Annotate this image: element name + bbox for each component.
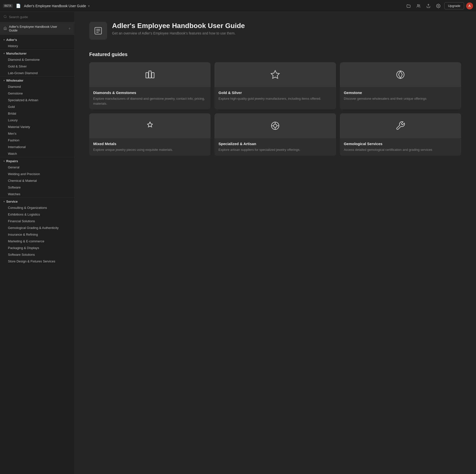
guide-item[interactable]: Adler's Employee Handbook User Guide + [0,22,74,35]
nav-group-service[interactable]: ▾ Service [0,198,74,204]
card-diamonds-gemstones-desc: Explore manufacturers of diamond and gem… [93,96,207,106]
nav-item-general[interactable]: General [0,164,74,171]
nav-item-history[interactable]: History [0,43,74,49]
topbar-title: Adler's Employee Handbook User Guide ▾ [24,4,403,8]
card-gold-silver-desc: Explore high-quality gold jewelry manufa… [218,96,332,101]
topbar-actions: Upgrade A [405,2,473,10]
svg-rect-8 [149,71,151,78]
card-diamonds-gemstones-body: Diamonds & Gemstones Explore manufacture… [89,87,210,109]
card-mixed-metals-desc: Explore unique jewelry pieces using exqu… [93,147,207,152]
nav-section: ▾ Adler's History ▾ Manufacturer Diamond… [0,35,74,266]
svg-point-1 [419,5,420,6]
card-diamonds-gemstones-title: Diamonds & Gemstones [93,91,207,95]
share-icon-btn[interactable] [424,2,432,10]
card-gold-silver-title: Gold & Silver [218,91,332,95]
search-input[interactable] [9,15,71,19]
nav-item-financial-solutions[interactable]: Financial Solutions [0,218,74,224]
card-gemstone-desc: Discover gemstone wholesalers and their … [344,96,457,101]
nav-item-gold-silver[interactable]: Gold & Silver [0,63,74,70]
search-bar [0,12,74,22]
svg-rect-9 [151,73,154,78]
nav-group-label-manufacturer: Manufacturer [6,52,27,55]
card-specialized-artisan[interactable]: Specialized & Artisan Explore artisan su… [214,113,336,156]
nav-group-label-wholesaler: Wholesaler [6,79,23,82]
nav-item-welding-precision[interactable]: Welding and Precision [0,171,74,177]
nav-item-gemstone[interactable]: Gemstone [0,90,74,97]
card-specialized-artisan-image [214,113,336,138]
topbar-title-arrow[interactable]: ▾ [88,4,90,8]
chevron-service: ▾ [3,200,5,203]
topbar: BETA 📄 Adler's Employee Handbook User Gu… [0,0,476,12]
featured-section-title: Featured guides [89,52,461,57]
nav-item-international[interactable]: International [0,144,74,150]
svg-point-3 [438,5,439,6]
sidebar: Adler's Employee Handbook User Guide + ▾… [0,12,74,474]
card-gemstone[interactable]: Gemstone Discover gemstone wholesalers a… [340,62,461,109]
page-header: Adler's Employee Handbook User Guide Get… [89,22,461,40]
card-gemological-services-image [340,113,461,138]
nav-item-packaging-displays[interactable]: Packaging & Displays [0,245,74,251]
folder-icon-btn[interactable] [405,2,413,10]
chevron-wholesaler: ▾ [3,79,5,82]
nav-item-software-solutions[interactable]: Software Solutions [0,251,74,258]
nav-group-adlers-items: History [0,43,74,49]
nav-group-wholesaler-items: Diamond Gemstone Specialized & Artisan G… [0,83,74,157]
chevron-manufacturer: ▾ [3,52,5,55]
nav-item-software[interactable]: Software [0,184,74,191]
beta-badge: BETA [3,4,13,8]
nav-item-insurance-refining[interactable]: Insurance & Refining [0,231,74,238]
nav-group-repairs[interactable]: ▾ Repairs [0,157,74,164]
topbar-title-text: Adler's Employee Handbook User Guide [24,4,86,8]
nav-group-label-repairs: Repairs [6,159,18,163]
nav-item-gold[interactable]: Gold [0,103,74,110]
settings-icon-btn[interactable] [434,2,442,10]
nav-item-bridal[interactable]: Bridal [0,110,74,117]
svg-point-12 [273,124,277,127]
nav-group-repairs-items: General Welding and Precision Chemical &… [0,164,74,197]
nav-item-marketing-ecommerce[interactable]: Marketing & E-commerce [0,238,74,245]
nav-item-luxury[interactable]: Luxury [0,117,74,124]
card-gemological-services[interactable]: Gemological Services Access detailed gem… [340,113,461,156]
nav-group-adlers[interactable]: ▾ Adler's [0,36,74,43]
card-mixed-metals-body: Mixed Metals Explore unique jewelry piec… [89,138,210,156]
nav-item-diamond-gemstone[interactable]: Diamond & Gemstone [0,56,74,63]
nav-item-diamond[interactable]: Diamond [0,83,74,90]
card-specialized-artisan-title: Specialized & Artisan [218,142,332,146]
nav-item-consulting-organizations[interactable]: Consulting & Organizations [0,204,74,211]
card-gemological-services-desc: Access detailed gemological certificatio… [344,147,457,152]
card-specialized-artisan-body: Specialized & Artisan Explore artisan su… [214,138,336,156]
card-gemological-services-title: Gemological Services [344,142,457,146]
nav-item-material-variety[interactable]: Material Variety [0,124,74,130]
nav-item-mens[interactable]: Men's [0,130,74,137]
page-header-text: Adler's Employee Handbook User Guide Get… [112,22,245,35]
nav-item-gemological-grading[interactable]: Gemological Grading & Authenticity [0,224,74,231]
card-mixed-metals-title: Mixed Metals [93,142,207,146]
card-gemstone-title: Gemstone [344,91,457,95]
svg-rect-7 [146,73,148,78]
home-icon [3,27,7,31]
nav-item-watches[interactable]: Watches [0,191,74,197]
card-gold-silver-body: Gold & Silver Explore high-quality gold … [214,87,336,105]
card-mixed-metals[interactable]: Mixed Metals Explore unique jewelry piec… [89,113,210,156]
card-diamonds-gemstones[interactable]: Diamonds & Gemstones Explore manufacture… [89,62,210,109]
guide-item-label: Adler's Employee Handbook User Guide [9,25,66,32]
upgrade-button[interactable]: Upgrade [444,2,464,9]
chevron-repairs: ▾ [3,160,5,162]
nav-group-manufacturer[interactable]: ▾ Manufacturer [0,50,74,56]
nav-item-lab-grown-diamond[interactable]: Lab-Grown Diamond [0,70,74,76]
page-title: Adler's Employee Handbook User Guide [112,22,245,30]
nav-item-watch[interactable]: Watch [0,150,74,157]
add-page-button[interactable]: + [68,26,71,31]
nav-group-wholesaler[interactable]: ▾ Wholesaler [0,77,74,83]
card-gemstone-image [340,62,461,87]
card-gold-silver[interactable]: Gold & Silver Explore high-quality gold … [214,62,336,109]
nav-item-exhibitions-logistics[interactable]: Exhibitions & Logistics [0,211,74,218]
nav-item-specialized-artisan[interactable]: Specialized & Artisan [0,97,74,103]
nav-group-label-service: Service [6,200,18,203]
users-icon-btn[interactable] [415,2,422,10]
nav-item-store-design-fixtures[interactable]: Store Design & Fixtures Services [0,258,74,265]
nav-item-chemical-material[interactable]: Chemical & Material [0,177,74,184]
nav-item-fashion[interactable]: Fashion [0,137,74,144]
svg-marker-10 [271,70,279,78]
card-gold-silver-image [214,62,336,87]
